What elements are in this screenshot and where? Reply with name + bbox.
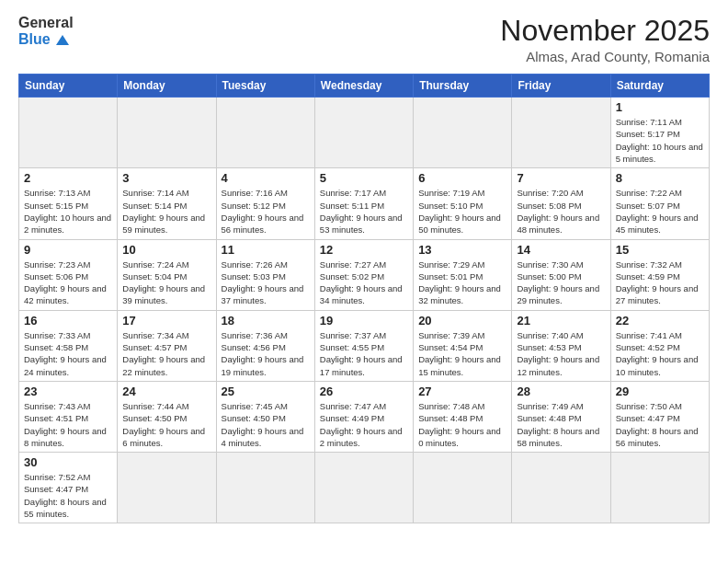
- day-info-1: Sunrise: 7:11 AM Sunset: 5:17 PM Dayligh…: [616, 116, 704, 165]
- calendar-cell-36: [118, 453, 216, 523]
- calendar-cell-14: 9Sunrise: 7:23 AM Sunset: 5:06 PM Daylig…: [19, 239, 118, 310]
- day-info-27: Sunrise: 7:48 AM Sunset: 4:48 PM Dayligh…: [418, 400, 506, 449]
- calendar-cell-20: 15Sunrise: 7:32 AM Sunset: 4:59 PM Dayli…: [610, 239, 709, 310]
- calendar-cell-15: 10Sunrise: 7:24 AM Sunset: 5:04 PM Dayli…: [118, 239, 216, 310]
- day-number-20: 20: [418, 314, 506, 327]
- day-number-22: 22: [616, 314, 704, 327]
- day-number-14: 14: [517, 243, 605, 257]
- day-number-2: 2: [24, 171, 112, 185]
- day-info-18: Sunrise: 7:36 AM Sunset: 4:56 PM Dayligh…: [222, 329, 310, 378]
- day-number-27: 27: [418, 385, 506, 398]
- calendar-row-1: 2Sunrise: 7:13 AM Sunset: 5:15 PM Daylig…: [19, 168, 710, 239]
- day-info-9: Sunrise: 7:23 AM Sunset: 5:06 PM Dayligh…: [24, 259, 112, 307]
- day-info-2: Sunrise: 7:13 AM Sunset: 5:15 PM Dayligh…: [24, 187, 112, 236]
- day-info-15: Sunrise: 7:32 AM Sunset: 4:59 PM Dayligh…: [616, 259, 704, 307]
- calendar-cell-27: 22Sunrise: 7:41 AM Sunset: 4:52 PM Dayli…: [610, 310, 709, 381]
- calendar-row-2: 9Sunrise: 7:23 AM Sunset: 5:06 PM Daylig…: [19, 239, 710, 310]
- header-tuesday: Tuesday: [216, 75, 314, 98]
- header-wednesday: Wednesday: [314, 75, 413, 98]
- calendar-cell-33: 28Sunrise: 7:49 AM Sunset: 4:48 PM Dayli…: [512, 381, 610, 452]
- day-number-4: 4: [222, 171, 310, 185]
- calendar-cell-31: 26Sunrise: 7:47 AM Sunset: 4:49 PM Dayli…: [314, 381, 413, 452]
- day-info-22: Sunrise: 7:41 AM Sunset: 4:52 PM Dayligh…: [616, 329, 704, 378]
- header-thursday: Thursday: [414, 75, 512, 98]
- day-info-11: Sunrise: 7:26 AM Sunset: 5:03 PM Dayligh…: [222, 259, 310, 307]
- calendar-subtitle: Almas, Arad County, Romania: [500, 49, 710, 64]
- day-info-5: Sunrise: 7:17 AM Sunset: 5:11 PM Dayligh…: [320, 187, 408, 236]
- calendar-cell-0: [19, 98, 118, 168]
- day-info-23: Sunrise: 7:43 AM Sunset: 4:51 PM Dayligh…: [24, 400, 112, 449]
- day-number-1: 1: [616, 100, 704, 114]
- header-monday: Monday: [118, 75, 216, 98]
- day-info-7: Sunrise: 7:20 AM Sunset: 5:08 PM Dayligh…: [517, 187, 605, 236]
- calendar-cell-5: [512, 98, 610, 168]
- day-info-30: Sunrise: 7:52 AM Sunset: 4:47 PM Dayligh…: [24, 471, 112, 520]
- calendar-row-5: 30Sunrise: 7:52 AM Sunset: 4:47 PM Dayli…: [19, 453, 710, 523]
- calendar-row-0: 1Sunrise: 7:11 AM Sunset: 5:17 PM Daylig…: [19, 98, 710, 168]
- day-info-24: Sunrise: 7:44 AM Sunset: 4:50 PM Dayligh…: [122, 400, 210, 449]
- calendar-cell-29: 24Sunrise: 7:44 AM Sunset: 4:50 PM Dayli…: [118, 381, 216, 452]
- day-info-16: Sunrise: 7:33 AM Sunset: 4:58 PM Dayligh…: [24, 329, 112, 378]
- header: General Blue November 2025 Almas, Arad C…: [18, 15, 710, 64]
- day-info-14: Sunrise: 7:30 AM Sunset: 5:00 PM Dayligh…: [517, 259, 605, 307]
- day-number-10: 10: [122, 243, 210, 257]
- day-info-29: Sunrise: 7:50 AM Sunset: 4:47 PM Dayligh…: [616, 400, 704, 449]
- calendar-cell-37: [216, 453, 314, 523]
- calendar-cell-6: 1Sunrise: 7:11 AM Sunset: 5:17 PM Daylig…: [610, 98, 709, 168]
- day-number-29: 29: [616, 385, 704, 398]
- calendar-cell-2: [216, 98, 314, 168]
- header-sunday: Sunday: [19, 75, 118, 98]
- calendar-cell-21: 16Sunrise: 7:33 AM Sunset: 4:58 PM Dayli…: [19, 310, 118, 381]
- day-info-10: Sunrise: 7:24 AM Sunset: 5:04 PM Dayligh…: [122, 259, 210, 307]
- day-number-15: 15: [616, 243, 704, 257]
- logo-text: General Blue: [18, 15, 74, 47]
- day-number-18: 18: [222, 314, 310, 327]
- calendar-cell-11: 6Sunrise: 7:19 AM Sunset: 5:10 PM Daylig…: [414, 168, 512, 239]
- day-info-12: Sunrise: 7:27 AM Sunset: 5:02 PM Dayligh…: [320, 259, 408, 307]
- day-info-19: Sunrise: 7:37 AM Sunset: 4:55 PM Dayligh…: [320, 329, 408, 378]
- day-number-13: 13: [418, 243, 506, 257]
- day-info-13: Sunrise: 7:29 AM Sunset: 5:01 PM Dayligh…: [418, 259, 506, 307]
- day-number-3: 3: [122, 171, 210, 185]
- weekday-header-row: Sunday Monday Tuesday Wednesday Thursday…: [19, 75, 710, 98]
- day-info-6: Sunrise: 7:19 AM Sunset: 5:10 PM Dayligh…: [418, 187, 506, 236]
- calendar-cell-1: [118, 98, 216, 168]
- day-info-20: Sunrise: 7:39 AM Sunset: 4:54 PM Dayligh…: [418, 329, 506, 378]
- calendar-cell-30: 25Sunrise: 7:45 AM Sunset: 4:50 PM Dayli…: [216, 381, 314, 452]
- day-number-6: 6: [418, 171, 506, 185]
- calendar-cell-25: 20Sunrise: 7:39 AM Sunset: 4:54 PM Dayli…: [414, 310, 512, 381]
- calendar-cell-22: 17Sunrise: 7:34 AM Sunset: 4:57 PM Dayli…: [118, 310, 216, 381]
- calendar-cell-9: 4Sunrise: 7:16 AM Sunset: 5:12 PM Daylig…: [216, 168, 314, 239]
- day-number-26: 26: [320, 385, 408, 398]
- day-info-28: Sunrise: 7:49 AM Sunset: 4:48 PM Dayligh…: [517, 400, 605, 449]
- calendar-cell-41: [610, 453, 709, 523]
- day-info-8: Sunrise: 7:22 AM Sunset: 5:07 PM Dayligh…: [616, 187, 704, 236]
- calendar-cell-10: 5Sunrise: 7:17 AM Sunset: 5:11 PM Daylig…: [314, 168, 413, 239]
- calendar-cell-40: [512, 453, 610, 523]
- calendar-cell-35: 30Sunrise: 7:52 AM Sunset: 4:47 PM Dayli…: [19, 453, 118, 523]
- day-info-3: Sunrise: 7:14 AM Sunset: 5:14 PM Dayligh…: [122, 187, 210, 236]
- calendar-cell-16: 11Sunrise: 7:26 AM Sunset: 5:03 PM Dayli…: [216, 239, 314, 310]
- day-number-17: 17: [122, 314, 210, 327]
- day-number-30: 30: [24, 455, 112, 469]
- calendar-row-4: 23Sunrise: 7:43 AM Sunset: 4:51 PM Dayli…: [19, 381, 710, 452]
- calendar-cell-13: 8Sunrise: 7:22 AM Sunset: 5:07 PM Daylig…: [610, 168, 709, 239]
- calendar-cell-18: 13Sunrise: 7:29 AM Sunset: 5:01 PM Dayli…: [414, 239, 512, 310]
- header-friday: Friday: [512, 75, 610, 98]
- day-number-8: 8: [616, 171, 704, 185]
- calendar-cell-7: 2Sunrise: 7:13 AM Sunset: 5:15 PM Daylig…: [19, 168, 118, 239]
- page: General Blue November 2025 Almas, Arad C…: [0, 0, 728, 563]
- day-number-9: 9: [24, 243, 112, 257]
- day-number-19: 19: [320, 314, 408, 327]
- calendar-cell-34: 29Sunrise: 7:50 AM Sunset: 4:47 PM Dayli…: [610, 381, 709, 452]
- day-number-21: 21: [517, 314, 605, 327]
- day-info-17: Sunrise: 7:34 AM Sunset: 4:57 PM Dayligh…: [122, 329, 210, 378]
- day-number-23: 23: [24, 385, 112, 398]
- calendar-cell-28: 23Sunrise: 7:43 AM Sunset: 4:51 PM Dayli…: [19, 381, 118, 452]
- day-number-28: 28: [517, 385, 605, 398]
- logo: General Blue: [18, 15, 74, 47]
- calendar-cell-17: 12Sunrise: 7:27 AM Sunset: 5:02 PM Dayli…: [314, 239, 413, 310]
- calendar-cell-4: [414, 98, 512, 168]
- day-number-12: 12: [320, 243, 408, 257]
- calendar-cell-38: [314, 453, 413, 523]
